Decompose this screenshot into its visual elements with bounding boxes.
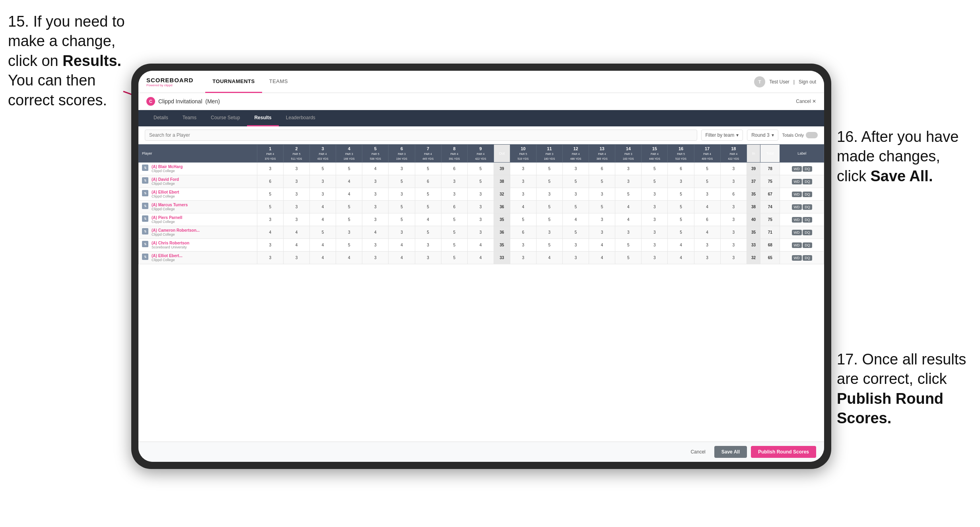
score-h18[interactable]: 3 bbox=[720, 226, 747, 239]
score-h18[interactable]: 3 bbox=[720, 252, 747, 264]
score-h4[interactable]: 5 bbox=[336, 213, 362, 226]
score-h2[interactable]: 4 bbox=[283, 226, 309, 239]
player-name-link[interactable]: (A) Elliot Ebert bbox=[152, 190, 179, 194]
score-h17[interactable]: 3 bbox=[694, 188, 720, 201]
cancel-button[interactable]: Cancel bbox=[686, 447, 710, 457]
score-h7[interactable]: 5 bbox=[415, 163, 441, 175]
score-h9[interactable]: 3 bbox=[467, 213, 494, 226]
score-h5[interactable]: 3 bbox=[362, 175, 389, 188]
dq-button[interactable]: DQ bbox=[803, 242, 812, 248]
score-h3[interactable]: 4 bbox=[310, 252, 336, 264]
player-name-link[interactable]: (A) David Ford bbox=[152, 177, 179, 182]
score-h1[interactable]: 3 bbox=[257, 239, 283, 252]
score-h4[interactable]: 5 bbox=[336, 163, 362, 175]
player-name-link[interactable]: (A) Blair McHarg bbox=[152, 165, 183, 169]
sort-icon[interactable]: ⇅ bbox=[142, 215, 148, 222]
score-h14[interactable]: 5 bbox=[615, 188, 642, 201]
score-h15[interactable]: 3 bbox=[642, 252, 668, 264]
score-h17[interactable]: 4 bbox=[694, 201, 720, 213]
tab-teams[interactable]: Teams bbox=[175, 110, 204, 126]
score-h5[interactable]: 3 bbox=[362, 213, 389, 226]
nav-tournaments[interactable]: TOURNAMENTS bbox=[205, 71, 262, 93]
score-h1[interactable]: 5 bbox=[257, 188, 283, 201]
score-h8[interactable]: 5 bbox=[441, 252, 467, 264]
sort-icon[interactable]: ⇅ bbox=[142, 177, 148, 184]
score-h16[interactable]: 5 bbox=[668, 226, 694, 239]
score-h18[interactable]: 3 bbox=[720, 163, 747, 175]
score-h10[interactable]: 3 bbox=[510, 163, 536, 175]
score-h9[interactable]: 3 bbox=[467, 226, 494, 239]
tab-course-setup[interactable]: Course Setup bbox=[204, 110, 247, 126]
score-h1[interactable]: 6 bbox=[257, 175, 283, 188]
wd-button[interactable]: WD bbox=[792, 166, 802, 172]
cancel-top-button[interactable]: Cancel ✕ bbox=[796, 99, 816, 104]
score-h14[interactable]: 3 bbox=[615, 226, 642, 239]
score-h13[interactable]: 3 bbox=[589, 226, 615, 239]
score-h1[interactable]: 5 bbox=[257, 201, 283, 213]
score-h17[interactable]: 6 bbox=[694, 213, 720, 226]
score-h2[interactable]: 3 bbox=[283, 188, 309, 201]
score-h13[interactable]: 6 bbox=[589, 163, 615, 175]
score-h10[interactable]: 4 bbox=[510, 201, 536, 213]
dq-button[interactable]: DQ bbox=[803, 255, 812, 261]
score-h13[interactable]: 3 bbox=[589, 213, 615, 226]
score-h5[interactable]: 4 bbox=[362, 163, 389, 175]
save-all-button[interactable]: Save All bbox=[714, 446, 747, 458]
score-h15[interactable]: 3 bbox=[642, 201, 668, 213]
score-h11[interactable]: 3 bbox=[536, 226, 562, 239]
score-h6[interactable]: 3 bbox=[389, 226, 415, 239]
dq-button[interactable]: DQ bbox=[803, 217, 812, 223]
score-h15[interactable]: 3 bbox=[642, 188, 668, 201]
score-h14[interactable]: 4 bbox=[615, 213, 642, 226]
score-h2[interactable]: 3 bbox=[283, 163, 309, 175]
wd-button[interactable]: WD bbox=[792, 204, 802, 210]
player-name-link[interactable]: (A) Chris Robertson bbox=[152, 241, 189, 245]
score-h12[interactable]: 5 bbox=[562, 175, 589, 188]
score-h2[interactable]: 3 bbox=[283, 175, 309, 188]
player-name-link[interactable]: (A) Cameron Robertson... bbox=[152, 228, 200, 232]
score-h5[interactable]: 3 bbox=[362, 252, 389, 264]
publish-round-scores-button[interactable]: Publish Round Scores bbox=[751, 446, 816, 458]
score-h8[interactable]: 5 bbox=[441, 213, 467, 226]
score-h8[interactable]: 6 bbox=[441, 163, 467, 175]
score-h1[interactable]: 3 bbox=[257, 213, 283, 226]
score-h4[interactable]: 4 bbox=[336, 175, 362, 188]
score-h12[interactable]: 3 bbox=[562, 239, 589, 252]
score-h5[interactable]: 3 bbox=[362, 188, 389, 201]
score-h3[interactable]: 4 bbox=[310, 239, 336, 252]
sort-icon[interactable]: ⇅ bbox=[142, 165, 148, 171]
score-h8[interactable]: 5 bbox=[441, 239, 467, 252]
tab-results[interactable]: Results bbox=[247, 110, 278, 126]
dq-button[interactable]: DQ bbox=[803, 192, 812, 197]
wd-button[interactable]: WD bbox=[792, 217, 802, 223]
sign-out-link[interactable]: Sign out bbox=[799, 79, 816, 85]
score-h13[interactable]: 5 bbox=[589, 201, 615, 213]
score-h6[interactable]: 4 bbox=[389, 239, 415, 252]
score-h13[interactable]: 3 bbox=[589, 188, 615, 201]
tab-details[interactable]: Details bbox=[146, 110, 175, 126]
score-h10[interactable]: 3 bbox=[510, 252, 536, 264]
score-h18[interactable]: 3 bbox=[720, 239, 747, 252]
score-h11[interactable]: 5 bbox=[536, 213, 562, 226]
totals-only-toggle[interactable]: Totals Only bbox=[782, 132, 818, 138]
filter-by-team-dropdown[interactable]: Filter by team ▾ bbox=[701, 130, 743, 141]
score-h9[interactable]: 3 bbox=[467, 188, 494, 201]
wd-button[interactable]: WD bbox=[792, 255, 802, 261]
score-h11[interactable]: 5 bbox=[536, 163, 562, 175]
score-h10[interactable]: 3 bbox=[510, 239, 536, 252]
score-h7[interactable]: 3 bbox=[415, 239, 441, 252]
score-h13[interactable]: 4 bbox=[589, 239, 615, 252]
score-h3[interactable]: 4 bbox=[310, 213, 336, 226]
score-h2[interactable]: 3 bbox=[283, 213, 309, 226]
dq-button[interactable]: DQ bbox=[803, 179, 812, 184]
wd-button[interactable]: WD bbox=[792, 192, 802, 197]
score-h10[interactable]: 3 bbox=[510, 188, 536, 201]
score-h7[interactable]: 5 bbox=[415, 226, 441, 239]
player-name-link[interactable]: (A) Marcus Turners bbox=[152, 203, 188, 207]
score-h18[interactable]: 3 bbox=[720, 213, 747, 226]
score-h16[interactable]: 5 bbox=[668, 201, 694, 213]
score-h8[interactable]: 5 bbox=[441, 226, 467, 239]
score-h3[interactable]: 4 bbox=[310, 201, 336, 213]
score-h11[interactable]: 5 bbox=[536, 201, 562, 213]
score-h8[interactable]: 3 bbox=[441, 188, 467, 201]
